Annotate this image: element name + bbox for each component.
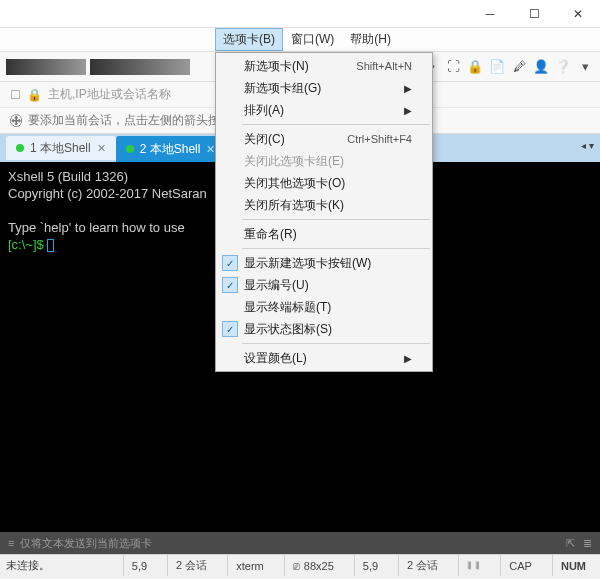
menu-help[interactable]: 帮助(H) (342, 28, 399, 51)
menu-tabs[interactable]: 选项卡(B) (215, 28, 283, 51)
bookmark-icon[interactable]: ☐ (10, 88, 21, 102)
toolbar-icon-edit[interactable]: 🖉 (510, 58, 528, 76)
submenu-arrow-icon: ▶ (404, 105, 412, 116)
menu-separator (242, 219, 430, 220)
toolbar-icon-copy[interactable]: 📄 (488, 58, 506, 76)
menu-show-number[interactable]: ✓ 显示编号(U) (216, 274, 432, 296)
check-icon: ✓ (222, 321, 238, 337)
add-session-icon[interactable]: 🕀 (10, 114, 22, 128)
status-connection: 未连接。 (6, 558, 50, 573)
toolbar-icon-lock[interactable]: 🔒 (466, 58, 484, 76)
menu-shortcut: Shift+Alt+N (356, 60, 412, 72)
menu-item-label: 新选项卡组(G) (244, 80, 321, 97)
tab-1-close[interactable]: ✕ (97, 142, 106, 155)
menu-item-label: 重命名(R) (244, 226, 297, 243)
tab-2-label: 2 本地Shell (140, 141, 201, 158)
terminal-text: Copyright (c) 2002-2017 NetSaran (8, 186, 207, 201)
status-dot-icon (126, 145, 134, 153)
send-menu-icon[interactable]: ≡ (8, 537, 14, 549)
terminal-cursor (47, 239, 54, 252)
menu-close-others[interactable]: 关闭其他选项卡(O) (216, 172, 432, 194)
status-cap: CAP (500, 555, 540, 576)
menu-item-label: 设置颜色(L) (244, 350, 307, 367)
menu-shortcut: Ctrl+Shift+F4 (347, 133, 412, 145)
menu-show-new-button[interactable]: ✓ 显示新建选项卡按钮(W) (216, 252, 432, 274)
menu-item-label: 显示新建选项卡按钮(W) (244, 255, 371, 272)
submenu-arrow-icon: ▶ (404, 83, 412, 94)
menu-close-all[interactable]: 关闭所有选项卡(K) (216, 194, 432, 216)
menu-item-label: 关闭所有选项卡(K) (244, 197, 344, 214)
menu-item-label: 显示状态图标(S) (244, 321, 332, 338)
menu-new-tab[interactable]: 新选项卡(N) Shift+Alt+N (216, 55, 432, 77)
close-window-button[interactable]: ✕ (556, 0, 600, 28)
menu-item-label: 显示编号(U) (244, 277, 309, 294)
menu-show-status-icon[interactable]: ✓ 显示状态图标(S) (216, 318, 432, 340)
menu-set-color[interactable]: 设置颜色(L) ▶ (216, 347, 432, 369)
menu-item-label: 关闭其他选项卡(O) (244, 175, 345, 192)
toolbar-icon-help[interactable]: ❔ (554, 58, 572, 76)
send-pin-icon[interactable]: ⇱ (566, 537, 575, 550)
minimize-button[interactable]: ─ (468, 0, 512, 28)
status-dot-icon (16, 144, 24, 152)
tab-overflow-icon[interactable]: ◂ ▾ (581, 140, 594, 151)
status-sessions-a: 2 会话 (167, 555, 215, 576)
menu-separator (242, 124, 430, 125)
menu-item-label: 关闭(C) (244, 131, 285, 148)
lock-icon: 🔒 (27, 88, 42, 102)
menu-item-label: 新选项卡(N) (244, 58, 309, 75)
tab-1[interactable]: 1 本地Shell ✕ (6, 136, 116, 162)
check-icon: ✓ (222, 255, 238, 271)
send-bar-text[interactable]: 仅将文本发送到当前选项卡 (20, 536, 152, 551)
send-bar: ≡ 仅将文本发送到当前选项卡 ⇱ ≣ (0, 532, 600, 554)
menu-new-tab-group[interactable]: 新选项卡组(G) ▶ (216, 77, 432, 99)
status-size: ⎚ 88x25 (284, 555, 342, 576)
status-pos-a: 5,9 (123, 555, 155, 576)
address-placeholder[interactable]: 主机,IP地址或会话名称 (48, 86, 171, 103)
tab-1-label: 1 本地Shell (30, 140, 91, 157)
menu-window[interactable]: 窗口(W) (283, 28, 342, 51)
menu-separator (242, 343, 430, 344)
toolbar-icon-fullscreen[interactable]: ⛶ (444, 58, 462, 76)
toolbar-block-1 (6, 59, 86, 75)
status-bar: 未连接。 5,9 2 会话 xterm ⎚ 88x25 5,9 2 会话 ⫴ ⫴… (0, 554, 600, 576)
maximize-button[interactable]: ☐ (512, 0, 556, 28)
title-bar: ─ ☐ ✕ (0, 0, 600, 28)
menu-close[interactable]: 关闭(C) Ctrl+Shift+F4 (216, 128, 432, 150)
menu-show-term-title[interactable]: 显示终端标题(T) (216, 296, 432, 318)
status-term: xterm (227, 555, 272, 576)
hint-text: 要添加当前会话，点击左侧的箭头按 (28, 112, 220, 129)
menu-item-label: 显示终端标题(T) (244, 299, 331, 316)
tabs-dropdown-menu: 新选项卡(N) Shift+Alt+N 新选项卡组(G) ▶ 排列(A) ▶ 关… (215, 52, 433, 372)
menu-bar: 选项卡(B) 窗口(W) 帮助(H) (0, 28, 600, 52)
menu-separator (242, 248, 430, 249)
menu-item-label: 关闭此选项卡组(E) (244, 153, 344, 170)
status-indicator: ⫴ ⫴ (458, 555, 488, 576)
status-pos-b: 5,9 (354, 555, 386, 576)
check-icon: ✓ (222, 277, 238, 293)
submenu-arrow-icon: ▶ (404, 353, 412, 364)
send-settings-icon[interactable]: ≣ (583, 537, 592, 550)
status-num: NUM (552, 555, 594, 576)
terminal-prompt: [c:\~]$ (8, 237, 47, 252)
menu-arrange[interactable]: 排列(A) ▶ (216, 99, 432, 121)
menu-close-this-group: 关闭此选项卡组(E) (216, 150, 432, 172)
tab-2[interactable]: 2 本地Shell ✕ (116, 136, 226, 162)
menu-item-label: 排列(A) (244, 102, 284, 119)
status-sessions-b: 2 会话 (398, 555, 446, 576)
menu-rename[interactable]: 重命名(R) (216, 223, 432, 245)
toolbar-icon-menu[interactable]: ▾ (576, 58, 594, 76)
toolbar-icon-user[interactable]: 👤 (532, 58, 550, 76)
toolbar-block-2 (90, 59, 190, 75)
